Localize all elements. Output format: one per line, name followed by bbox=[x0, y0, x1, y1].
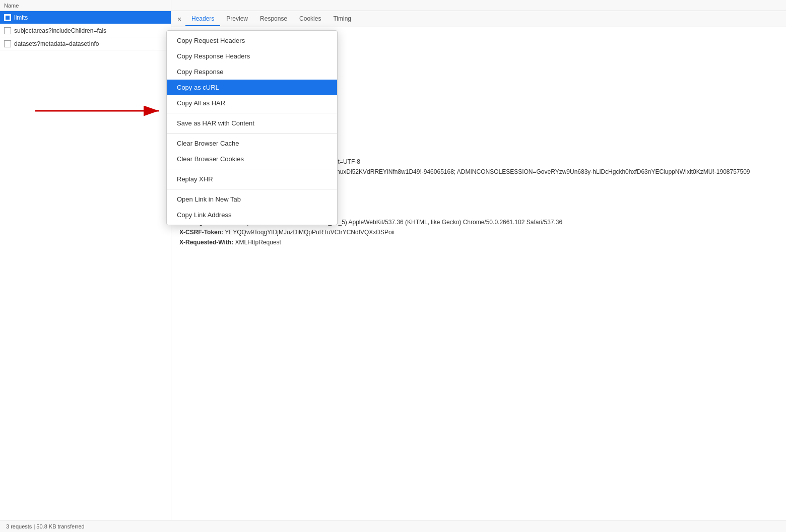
clear-browser-cookies-menuitem[interactable]: Clear Browser Cookies bbox=[167, 151, 337, 167]
tab-timing[interactable]: Timing bbox=[327, 12, 357, 26]
request-checkbox[interactable] bbox=[4, 40, 11, 47]
column-header-bar: Name bbox=[0, 0, 786, 11]
request-list: limits subjectareas?includeChildren=fals… bbox=[0, 11, 171, 520]
copy-as-curl-menuitem[interactable]: Copy as cURL bbox=[167, 80, 337, 95]
request-item[interactable]: subjectareas?includeChildren=fals bbox=[0, 24, 171, 37]
menu-divider-1 bbox=[167, 113, 337, 113]
copy-request-headers-menuitem[interactable]: Copy Request Headers bbox=[167, 33, 337, 48]
name-column-header: Name bbox=[0, 0, 171, 11]
replay-xhr-menuitem[interactable]: Replay XHR bbox=[167, 171, 337, 187]
request-name: limits bbox=[14, 14, 28, 21]
save-as-har-menuitem[interactable]: Save as HAR with Content bbox=[167, 115, 337, 131]
menu-divider-4 bbox=[167, 189, 337, 189]
status-bar: 3 requests | 50.8 KB transferred bbox=[0, 520, 786, 532]
copy-all-as-har-menuitem[interactable]: Copy All as HAR bbox=[167, 95, 337, 111]
copy-response-menuitem[interactable]: Copy Response bbox=[167, 64, 337, 80]
left-panel: limits subjectareas?includeChildren=fals… bbox=[0, 11, 171, 520]
open-link-new-tab-menuitem[interactable]: Open Link in New Tab bbox=[167, 191, 337, 207]
copy-link-address-menuitem[interactable]: Copy Link Address bbox=[167, 207, 337, 223]
copy-response-headers-menuitem[interactable]: Copy Response Headers bbox=[167, 48, 337, 64]
request-name: datasets?metadata=datasetInfo bbox=[14, 40, 99, 47]
tab-response[interactable]: Response bbox=[254, 12, 293, 26]
tab-bar: × Headers Preview Response Cookies Timin… bbox=[171, 11, 786, 27]
context-menu: Copy Request Headers Copy Response Heade… bbox=[166, 30, 338, 225]
request-checkbox[interactable] bbox=[4, 27, 11, 34]
devtools-container: Name limits subjectareas?includeChildren… bbox=[0, 0, 786, 532]
tab-headers[interactable]: Headers bbox=[185, 12, 220, 26]
clear-browser-cache-menuitem[interactable]: Clear Browser Cache bbox=[167, 136, 337, 151]
main-content: limits subjectareas?includeChildren=fals… bbox=[0, 11, 786, 520]
request-checkbox[interactable] bbox=[4, 14, 11, 21]
detail-column-header bbox=[171, 0, 786, 11]
request-item[interactable]: limits bbox=[0, 11, 171, 24]
menu-divider-3 bbox=[167, 169, 337, 169]
request-item[interactable]: datasets?metadata=datasetInfo bbox=[0, 37, 171, 50]
menu-divider-2 bbox=[167, 133, 337, 134]
close-panel-button[interactable]: × bbox=[173, 13, 185, 25]
x-csrf-row: X-CSRF-Token: YEYQQw9ToqgYtDjMJuzDiMQpPu… bbox=[179, 228, 778, 237]
tab-preview[interactable]: Preview bbox=[220, 12, 254, 26]
request-name: subjectareas?includeChildren=fals bbox=[14, 27, 106, 34]
x-requested-with-row: X-Requested-With: XMLHttpRequest bbox=[179, 238, 778, 247]
tab-cookies[interactable]: Cookies bbox=[293, 12, 327, 26]
